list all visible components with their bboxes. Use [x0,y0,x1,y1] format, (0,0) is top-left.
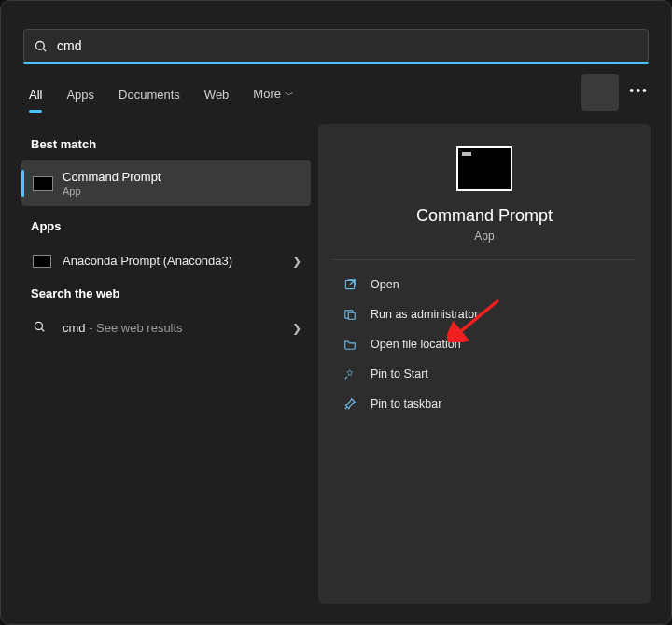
pin-icon [343,396,357,411]
svg-line-1 [43,49,46,51]
open-icon [343,277,357,292]
svg-point-2 [35,322,42,329]
cmd-icon [33,176,53,191]
action-open[interactable]: Open [333,270,636,299]
action-label: Pin to taskbar [371,397,441,410]
folder-icon [343,337,357,352]
tab-web[interactable]: Web [204,84,230,105]
filter-tabs: All Apps Documents Web More﹀ [29,83,294,105]
results-column: Best match Command Prompt App Apps Anaco… [21,130,311,346]
action-pin-start[interactable]: Pin to Start [333,359,636,389]
best-match-subtitle: App [63,186,298,197]
action-label: Run as administrator [371,308,478,321]
selection-accent [21,170,24,197]
web-term: cmd [63,321,86,335]
tab-more[interactable]: More﹀ [253,83,294,105]
user-avatar[interactable] [581,74,619,111]
action-label: Open [371,278,399,291]
detail-subtitle: App [333,229,636,243]
action-label: Open file location [371,338,461,351]
app-result-anaconda[interactable]: Anaconda Prompt (Anaconda3) ❯ [21,243,311,279]
tab-more-label: More [253,87,281,101]
chevron-down-icon: ﹀ [285,89,294,102]
web-suffix: - See web results [86,321,183,335]
pin-icon [343,367,357,382]
svg-line-3 [41,328,44,331]
action-label: Pin to Start [371,368,428,381]
cmd-icon [33,255,51,268]
tab-apps[interactable]: Apps [66,84,94,105]
search-input[interactable] [57,38,638,53]
best-match-title: Command Prompt [63,170,298,184]
search-bar[interactable] [23,29,649,62]
chevron-right-icon: ❯ [292,255,301,268]
section-best-match: Best match [21,130,311,160]
tab-documents[interactable]: Documents [119,84,180,105]
best-match-result[interactable]: Command Prompt App [21,160,311,206]
app-preview-icon [456,146,512,191]
chevron-right-icon: ❯ [292,322,301,335]
search-icon [34,39,48,53]
action-open-location[interactable]: Open file location [333,329,636,359]
section-search-web: Search the web [21,279,311,310]
detail-panel: Command Prompt App Open Run as administr… [318,124,651,604]
svg-line-8 [345,377,347,379]
app-result-label: Anaconda Prompt (Anaconda3) [63,254,232,268]
detail-title: Command Prompt [333,206,636,226]
detail-separator [333,259,636,260]
svg-point-0 [36,41,45,49]
tab-all[interactable]: All [29,84,42,105]
search-focus-underline [23,62,649,64]
web-result-cmd[interactable]: cmd - See web results ❯ [21,310,311,346]
admin-icon [343,307,357,322]
svg-line-9 [345,407,347,409]
action-pin-taskbar[interactable]: Pin to taskbar [333,389,636,419]
svg-rect-7 [348,312,355,319]
section-apps: Apps [21,212,311,243]
search-icon [33,320,49,337]
more-options-button[interactable]: ••• [629,83,649,98]
start-search-window: All Apps Documents Web More﹀ ••• Best ma… [0,0,672,625]
action-run-admin[interactable]: Run as administrator [333,299,636,329]
